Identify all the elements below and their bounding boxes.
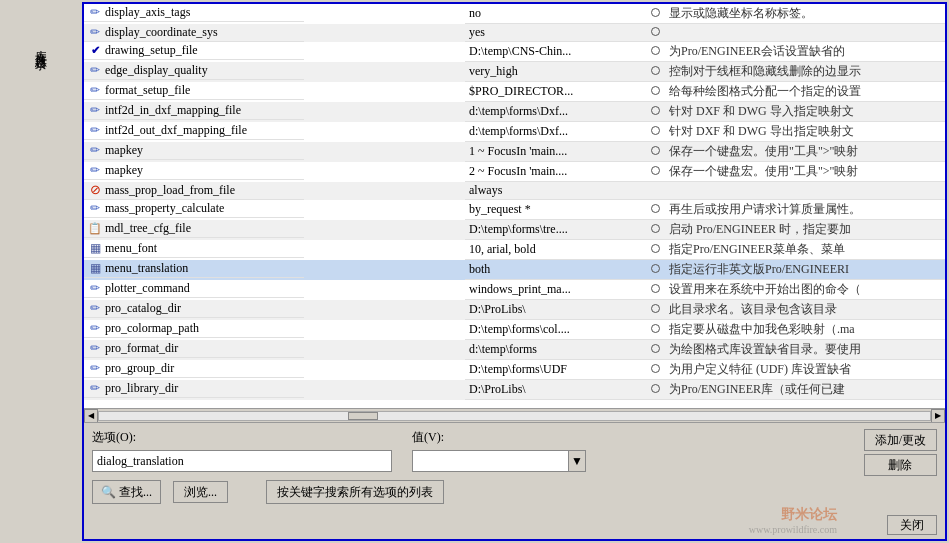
table-row-desc: 针对 DXF 和 DWG 导入指定映射文 [665, 102, 945, 122]
table-row-value: 2 ~ FocusIn 'main.... [465, 162, 645, 182]
table-row-name: ▦ menu_translation [84, 260, 304, 278]
find-button[interactable]: 🔍 查找... [92, 480, 161, 504]
find-label: 查找... [119, 484, 152, 501]
table-row-dot [645, 142, 665, 162]
table-row-desc: 针对 DXF 和 DWG 导出指定映射文 [665, 122, 945, 142]
h-scroll-track[interactable] [98, 411, 931, 421]
scroll-right-btn[interactable]: ▶ [931, 409, 945, 423]
table-row-name: ⊘ mass_prop_load_from_file [84, 182, 304, 200]
table-row-name: ✔ drawing_setup_file [84, 42, 304, 60]
keyword-search-button[interactable]: 按关键字搜索所有选项的列表 [266, 480, 444, 504]
table-row-value: D:\temp\forms\col.... [465, 320, 645, 340]
table-row-desc: 为Pro/ENGINEER会话设置缺省的 [665, 42, 945, 62]
table-row-dot [645, 82, 665, 102]
delete-button[interactable]: 删除 [864, 454, 937, 476]
table-row-desc: 保存一个键盘宏。使用"工具">"映射 [665, 162, 945, 182]
table-row-dot [645, 360, 665, 380]
table-row-desc: 此目录求名。该目录包含该目录 [665, 300, 945, 320]
table-row-desc: 保存一个键盘宏。使用"工具">"映射 [665, 142, 945, 162]
table-row-name: ✏ pro_library_dir [84, 380, 304, 398]
row-icon: ✏ [88, 103, 102, 117]
scroll-left-btn[interactable]: ◀ [84, 409, 98, 423]
table-row-dot [645, 320, 665, 340]
table-row-name: ✏ intf2d_out_dxf_mapping_file [84, 122, 304, 140]
value-input[interactable] [412, 450, 568, 472]
table-row-desc: 启动 Pro/ENGINEER 时，指定要加 [665, 220, 945, 240]
row-icon: ✏ [88, 201, 102, 215]
search-icon: 🔍 [101, 485, 116, 500]
table-row-desc: 再生后或按用户请求计算质量属性。 [665, 200, 945, 220]
row-icon: ✔ [88, 43, 102, 57]
table-row-desc: 为绘图格式库设置缺省目录。要使用 [665, 340, 945, 360]
table-row-value: yes [465, 24, 645, 42]
table-row-value: both [465, 260, 645, 280]
row-icon: ✏ [88, 163, 102, 177]
table-row-name: ✏ display_coordinate_sys [84, 24, 304, 42]
table-row-desc: 控制对于线框和隐藏线删除的边显示 [665, 62, 945, 82]
table-row-value: d:\temp\forms\Dxf... [465, 122, 645, 142]
row-icon: ✏ [88, 25, 102, 39]
table-row-desc: 设置用来在系统中开始出图的命令（ [665, 280, 945, 300]
add-change-button[interactable]: 添加/更改 [864, 429, 937, 451]
table-row-dot [645, 300, 665, 320]
table-row-dot [645, 122, 665, 142]
table-row-value: $PRO_DIRECTOR... [465, 82, 645, 102]
bottom-panel: 选项(O): 值(V): ▼ 添加/更改 删除 🔍 查找... 浏览... 按关 [84, 422, 945, 539]
table-row-desc: 为Pro/ENGINEER库（或任何已建 [665, 380, 945, 400]
browse-button[interactable]: 浏览... [173, 481, 228, 503]
watermark-line1: 野米论坛 [749, 506, 837, 524]
h-scrollbar-area: ◀ ▶ [84, 408, 945, 422]
table-row-desc: 显示或隐藏坐标名称标签。 [665, 4, 945, 24]
table-row-name: ✏ mapkey [84, 142, 304, 160]
table-row-value: d:\temp\forms\Dxf... [465, 102, 645, 122]
table-row-value: always [465, 182, 645, 200]
table-row-value: D:\temp\forms\tre.... [465, 220, 645, 240]
table-row-dot [645, 260, 665, 280]
row-icon: ✏ [88, 361, 102, 375]
row-icon: ✏ [88, 6, 102, 20]
table-row-name: ✏ pro_format_dir [84, 340, 304, 358]
table-row-dot [645, 42, 665, 62]
option-label: 选项(O): [92, 429, 392, 446]
table-row-dot [645, 220, 665, 240]
table-row-desc: 为用户定义特征 (UDF) 库设置缺省 [665, 360, 945, 380]
option-group: 选项(O): [92, 429, 392, 472]
table-row-desc: 给每种绘图格式分配一个指定的设置 [665, 82, 945, 102]
options-table: ✏ display_axis_tags no 显示或隐藏坐标名称标签。 ✏ di… [84, 4, 945, 400]
row-icon: ⊘ [88, 183, 102, 197]
sidebar: 库文件总目录 [0, 0, 80, 543]
table-row-name: ✏ pro_colormap_path [84, 320, 304, 338]
table-row-dot [645, 200, 665, 220]
row-icon: 📋 [88, 221, 102, 235]
table-row-value: very_high [465, 62, 645, 82]
table-row-value: D:\temp\forms\UDF [465, 360, 645, 380]
table-row-value: d:\temp\forms [465, 340, 645, 360]
option-input[interactable] [92, 450, 392, 472]
table-row-value: windows_print_ma... [465, 280, 645, 300]
table-row-dot [645, 240, 665, 260]
row-icon: ✏ [88, 143, 102, 157]
table-row-value: 10, arial, bold [465, 240, 645, 260]
row-icon: ✏ [88, 341, 102, 355]
table-row-name: ✏ mass_property_calculate [84, 200, 304, 218]
h-scroll-thumb[interactable] [348, 412, 378, 420]
table-row-dot [645, 24, 665, 42]
table-row-name: ✏ plotter_command [84, 280, 304, 298]
table-row-dot [645, 102, 665, 122]
table-row-name: ✏ display_axis_tags [84, 4, 304, 22]
table-row-name: ✏ mapkey [84, 162, 304, 180]
row-icon: ▦ [88, 241, 102, 255]
table-row-desc: 指定要从磁盘中加我色彩映射（.ma [665, 320, 945, 340]
row-icon: ✏ [88, 301, 102, 315]
table-row-value: no [465, 4, 645, 24]
watermark-line2: www.prowildfire.com [749, 524, 837, 535]
table-scroll[interactable]: ✏ display_axis_tags no 显示或隐藏坐标名称标签。 ✏ di… [84, 4, 945, 408]
table-row-dot [645, 4, 665, 24]
value-dropdown-btn[interactable]: ▼ [568, 450, 586, 472]
row-icon: ✏ [88, 321, 102, 335]
table-row-name: ▦ menu_font [84, 240, 304, 258]
table-row-value: D:\ProLibs\ [465, 300, 645, 320]
table-row-dot [645, 162, 665, 182]
close-button[interactable]: 关闭 [887, 515, 937, 535]
table-row-dot [645, 62, 665, 82]
